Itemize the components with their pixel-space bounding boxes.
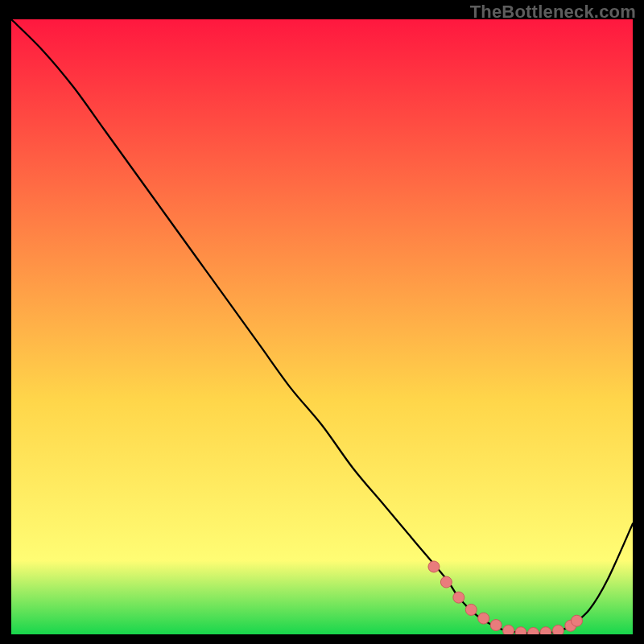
bottleneck-plot (11, 19, 633, 634)
highlight-marker (515, 627, 526, 634)
highlight-marker (465, 604, 477, 615)
highlight-marker (540, 627, 551, 634)
highlight-marker (440, 576, 452, 588)
gradient-background (11, 19, 633, 634)
plot-svg (11, 19, 633, 634)
highlight-marker (453, 592, 464, 603)
watermark-text: TheBottleneck.com (470, 2, 636, 23)
highlight-marker (478, 613, 489, 624)
highlight-marker (572, 615, 583, 626)
highlight-marker (490, 620, 502, 631)
chart-stage: TheBottleneck.com (0, 0, 644, 644)
highlight-marker (503, 625, 514, 634)
highlight-marker (552, 625, 564, 634)
highlight-marker (428, 561, 440, 572)
